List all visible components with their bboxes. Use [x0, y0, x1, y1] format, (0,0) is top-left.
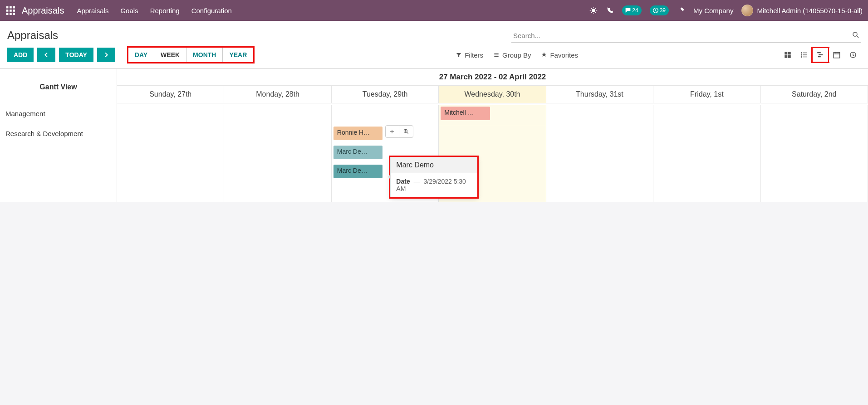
messages-count: 24: [632, 7, 638, 14]
cell[interactable]: [224, 125, 331, 202]
prev-button[interactable]: [37, 48, 55, 62]
svg-rect-14: [785, 55, 787, 58]
view-switcher: [780, 48, 861, 62]
favorites-button[interactable]: Favorites: [541, 51, 578, 59]
svg-rect-22: [834, 53, 840, 58]
cell[interactable]: [761, 125, 868, 202]
svg-rect-15: [788, 55, 791, 58]
search-icon[interactable]: [852, 31, 860, 39]
gantt-pill-marc-2[interactable]: Marc De…: [333, 165, 383, 178]
cell[interactable]: [117, 125, 224, 202]
svg-rect-0: [6, 6, 9, 9]
svg-point-16: [801, 53, 802, 54]
popover-date-label: Date: [396, 178, 410, 185]
svg-rect-20: [819, 54, 823, 55]
groupby-button[interactable]: Group By: [493, 51, 531, 59]
activities-badge[interactable]: 39: [650, 5, 669, 15]
svg-rect-6: [6, 13, 9, 15]
svg-rect-13: [788, 52, 791, 54]
groupby-label: Group By: [502, 51, 531, 59]
view-list-icon[interactable]: [796, 48, 812, 62]
left-controls: ADD TODAY DAY WEEK MONTH YEAR: [7, 47, 254, 63]
day-head-wed: Wednesday, 30th: [439, 86, 546, 103]
popover: Marc Demo Date — 3/29/2022 5:30 AM: [390, 157, 477, 197]
svg-point-11: [853, 32, 857, 36]
day-head-sun: Sunday, 27th: [117, 86, 224, 103]
range-day[interactable]: DAY: [128, 48, 154, 62]
apps-icon[interactable]: [5, 5, 15, 15]
popover-arrow-icon: [388, 174, 391, 180]
cell[interactable]: Mitchell …: [439, 105, 546, 125]
cell[interactable]: [653, 125, 760, 202]
gantt-pill-mitchell[interactable]: Mitchell …: [441, 107, 490, 120]
phone-icon[interactable]: [606, 6, 614, 15]
gantt-pill-ronnie[interactable]: Ronnie H…: [333, 127, 383, 140]
svg-rect-8: [13, 13, 15, 15]
svg-rect-2: [13, 6, 15, 9]
cell[interactable]: [761, 105, 868, 125]
menu-configuration[interactable]: Configuration: [191, 7, 232, 15]
search-input[interactable]: [511, 29, 861, 43]
day-head-fri: Friday, 1st: [653, 86, 760, 103]
view-gantt-icon[interactable]: [813, 48, 828, 62]
svg-rect-1: [10, 6, 12, 9]
search-wrap: [511, 29, 861, 43]
top-navbar: Appraisals Appraisals Goals Reporting Co…: [0, 0, 868, 21]
svg-rect-3: [6, 10, 9, 12]
mid-controls: Filters Group By Favorites: [456, 51, 578, 59]
cell[interactable]: [224, 105, 331, 125]
svg-point-9: [592, 9, 596, 12]
view-calendar-icon[interactable]: [829, 48, 844, 62]
cell[interactable]: [117, 105, 224, 125]
user-name: Mitchell Admin (14055070-15-0-all): [757, 7, 863, 15]
view-activity-icon[interactable]: [845, 48, 861, 62]
range-group: DAY WEEK MONTH YEAR: [128, 47, 254, 63]
mini-add-icon[interactable]: [386, 126, 399, 137]
cell[interactable]: Ronnie H… Marc De… Marc De… Marc Demo Da…: [332, 125, 439, 202]
filters-button[interactable]: Filters: [456, 51, 483, 59]
gantt-view: Gantt View 27 March 2022 - 02 April 2022…: [0, 68, 868, 202]
day-head-sat: Saturday, 2nd: [761, 86, 868, 103]
chat-icon: [624, 7, 632, 14]
cell[interactable]: [653, 105, 760, 125]
svg-point-17: [801, 54, 802, 55]
row-label-management: Management: [0, 105, 117, 125]
range-week[interactable]: WEEK: [154, 48, 186, 62]
favorites-label: Favorites: [550, 51, 578, 59]
activities-count: 39: [660, 7, 666, 14]
brand-title[interactable]: Appraisals: [22, 5, 64, 16]
svg-rect-7: [10, 13, 12, 15]
company-selector[interactable]: My Company: [693, 7, 733, 15]
menu-goals[interactable]: Goals: [120, 7, 138, 15]
toolbar: ADD TODAY DAY WEEK MONTH YEAR Filters Gr…: [0, 45, 868, 68]
bug-icon[interactable]: [589, 6, 598, 15]
svg-point-18: [801, 57, 802, 58]
mini-zoom-icon[interactable]: [399, 126, 413, 137]
tools-icon[interactable]: [677, 6, 685, 15]
next-button[interactable]: [97, 48, 115, 62]
svg-rect-12: [785, 52, 787, 54]
view-kanban-icon[interactable]: [780, 48, 795, 62]
messages-badge[interactable]: 24: [622, 5, 641, 15]
menu-appraisals[interactable]: Appraisals: [77, 7, 108, 15]
range-year[interactable]: YEAR: [223, 48, 253, 62]
cell[interactable]: [332, 105, 439, 125]
range-month[interactable]: MONTH: [186, 48, 223, 62]
mini-toolbar: [385, 125, 413, 138]
gantt-corner: Gantt View: [0, 69, 117, 105]
cell[interactable]: [546, 125, 653, 202]
gantt-pill-marc-1[interactable]: Marc De…: [333, 146, 383, 159]
menu-reporting[interactable]: Reporting: [150, 7, 180, 15]
avatar: [741, 5, 753, 16]
svg-rect-5: [13, 10, 15, 12]
add-button[interactable]: ADD: [7, 48, 34, 62]
popover-dash: —: [414, 178, 420, 185]
user-menu[interactable]: Mitchell Admin (14055070-15-0-all): [741, 5, 863, 16]
gantt-range-label: 27 March 2022 - 02 April 2022: [117, 69, 868, 86]
svg-rect-4: [10, 10, 12, 12]
day-head-thu: Thursday, 31st: [546, 86, 653, 103]
day-head-tue: Tuesday, 29th: [332, 86, 439, 103]
page-title: Appraisals: [7, 29, 58, 42]
cell[interactable]: [546, 105, 653, 125]
today-button[interactable]: TODAY: [59, 48, 93, 62]
